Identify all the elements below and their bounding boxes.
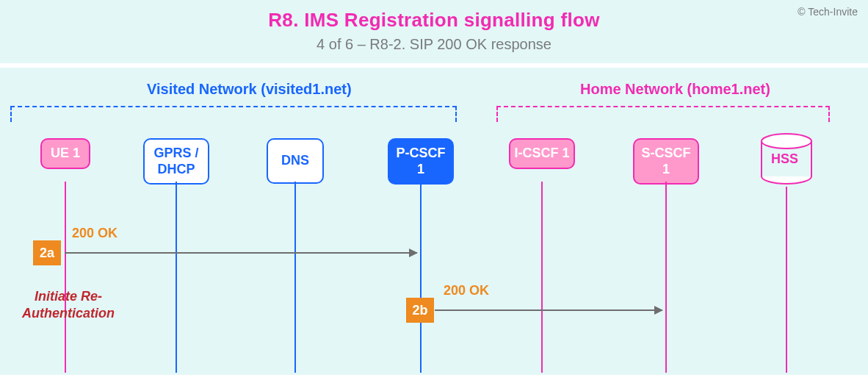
lifeline-scscf (665, 182, 667, 373)
home-bracket (496, 106, 830, 122)
note-reauth: Initiate Re- Authentication (22, 288, 115, 321)
note-line2: Authentication (22, 306, 115, 321)
visited-network-label: Visited Network (visited1.net) (147, 81, 352, 98)
lifeline-hss (786, 187, 787, 373)
note-line1: Initiate Re- (35, 289, 102, 304)
copyright: © Tech-Invite (798, 6, 858, 18)
node-scscf: S-CSCF 1 (633, 138, 699, 185)
lifeline-gprs (176, 182, 177, 373)
sequence-diagram: Visited Network (visited1.net) Home Netw… (0, 68, 868, 375)
step-2b-msg: 200 OK (444, 283, 489, 298)
step-2b-box: 2b (406, 298, 434, 323)
visited-bracket (10, 106, 457, 122)
svg-point-0 (762, 134, 811, 148)
page-subtitle: 4 of 6 – R8-2. SIP 200 OK response (0, 36, 868, 53)
lifeline-dns (294, 182, 296, 373)
header: © Tech-Invite R8. IMS Registration signa… (0, 0, 868, 63)
node-ue: UE 1 (40, 138, 90, 169)
page-root: © Tech-Invite R8. IMS Registration signa… (0, 0, 868, 383)
lifeline-ue (65, 182, 66, 373)
page-title: R8. IMS Registration signalling flow (0, 9, 868, 32)
lifeline-icscf (541, 182, 543, 373)
node-hss-label: HSS (771, 151, 798, 167)
node-dns: DNS (267, 138, 324, 184)
node-icscf: I-CSCF 1 (509, 138, 575, 169)
home-network-label: Home Network (home1.net) (580, 81, 770, 98)
node-pcscf: P-CSCF 1 (388, 138, 454, 185)
arrow-2b (435, 309, 662, 311)
step-2a-msg: 200 OK (72, 226, 117, 241)
arrow-2a (65, 252, 417, 254)
lifeline-pcscf (420, 182, 422, 373)
node-gprs-dhcp: GPRS / DHCP (143, 138, 209, 185)
step-2a-box: 2a (33, 240, 61, 265)
